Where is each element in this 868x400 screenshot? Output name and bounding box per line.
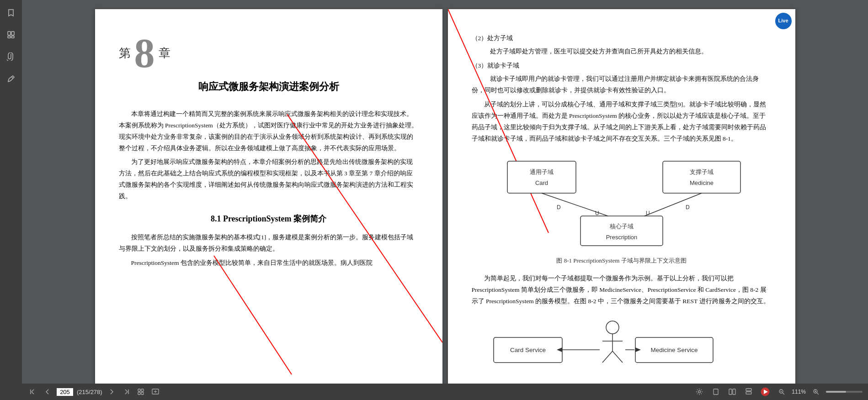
svg-rect-13	[580, 216, 663, 246]
svg-rect-44	[729, 389, 732, 395]
svg-rect-38	[141, 392, 144, 395]
svg-text:核心子域: 核心子域	[609, 223, 634, 230]
svg-rect-36	[141, 389, 144, 391]
nav-first-button[interactable]	[27, 386, 38, 397]
zoom-slider[interactable]	[826, 391, 863, 393]
svg-text:支撑子域: 支撑子域	[690, 168, 714, 175]
right-body-1: 从子域的划分上讲，可以分成核心子域、通用子域和支撑子域三类型[9]。就诊卡子域比…	[472, 99, 772, 145]
right-body-2: 为简单起见，我们对每一个子域都提取一个微服务作为示例。基于以上分析，我们可以把 …	[472, 273, 772, 307]
page-thumbnail-icon[interactable]	[4, 27, 18, 42]
svg-text:Card: Card	[535, 179, 548, 186]
item1-title: （2）处方子域	[472, 33, 772, 44]
svg-line-19	[644, 193, 702, 216]
svg-rect-1	[11, 32, 14, 35]
svg-text:U: U	[595, 210, 599, 216]
svg-text:D: D	[686, 204, 690, 211]
attachment-icon[interactable]	[4, 49, 18, 64]
chapter-label: 第	[119, 43, 131, 64]
section-title: 8.1 PrescriptionSystem 案例简介	[119, 211, 419, 226]
right-pdf-page: Live （2）处方子域 处方子域即处方管理，医生可以提交处方并查询自己所开具处…	[448, 9, 795, 384]
svg-line-5	[214, 256, 292, 374]
zoom-out-icon-btn[interactable]	[775, 385, 788, 398]
bookmark-icon[interactable]	[4, 5, 18, 20]
svg-rect-45	[733, 389, 735, 395]
svg-rect-35	[138, 389, 140, 391]
svg-text:Medicine Service: Medicine Service	[650, 347, 698, 353]
status-bar: (215/278)	[22, 384, 868, 400]
item2-text: 就诊卡子域即用户的就诊卡管理，我们可以通过注册用户并绑定就诊卡来拥有医院系统的合…	[472, 74, 772, 96]
page-add-button[interactable]	[150, 386, 161, 397]
single-page-icon-btn[interactable]	[709, 385, 722, 398]
diagram-1-container: 通用子域 Card 支撑子域 Medicine 核心子域 Prescriptio…	[472, 152, 772, 266]
svg-rect-3	[11, 36, 14, 38]
svg-rect-7	[507, 161, 576, 193]
svg-rect-47	[746, 392, 751, 394]
pdf-pages-container: 第 8 章 响应式微服务架构演进案例分析 本章将通过构建一个精简而又完整的案例系…	[22, 0, 868, 384]
chapter-title: 响应式微服务架构演进案例分析	[119, 78, 419, 96]
svg-point-24	[606, 321, 619, 334]
svg-line-27	[602, 351, 612, 363]
nav-prev-button[interactable]	[42, 386, 53, 397]
left-pdf-page: 第 8 章 响应式微服务架构演进案例分析 本章将通过构建一个精简而又完整的案例系…	[95, 9, 442, 384]
svg-line-28	[612, 351, 623, 363]
svg-rect-2	[8, 36, 11, 38]
body-paragraph-3: 按照笔者所总结的实施微服务架构的基本模式[1]，服务建模是案例分析的第一步。服务…	[119, 232, 419, 255]
chapter-number: 8	[134, 33, 155, 74]
diagram-1-svg: 通用子域 Card 支撑子域 Medicine 核心子域 Prescriptio…	[480, 152, 763, 253]
item1-text: 处方子域即处方管理，医生可以提交处方并查询自己所开具处方的相关信息。	[472, 46, 772, 58]
diagram-2-svg: Card Service Medicine Service	[480, 315, 763, 369]
svg-rect-10	[663, 161, 740, 193]
play-icon-btn[interactable]	[759, 385, 772, 398]
live-badge[interactable]: Live	[775, 13, 792, 29]
svg-rect-43	[714, 389, 718, 395]
zoom-in-icon-btn[interactable]	[809, 385, 822, 398]
scroll-icon-btn[interactable]	[742, 385, 755, 398]
svg-line-51	[783, 393, 784, 395]
chapter-heading: 第 8 章	[119, 33, 419, 74]
item2-title: （3）就诊卡子域	[472, 60, 772, 72]
left-toolbar	[0, 0, 22, 400]
pdf-wrapper: 第 8 章 响应式微服务架构演进案例分析 本章将通过构建一个精简而又完整的案例系…	[22, 0, 868, 400]
chapter-zhang: 章	[159, 43, 170, 64]
svg-text:通用子域: 通用子域	[530, 168, 554, 175]
two-page-icon-btn[interactable]	[726, 385, 739, 398]
diagram-1-caption: 图 8-1 PrescriptionSystem 子域与界限上下文示意图	[472, 255, 772, 266]
body-paragraph-2: 为了更好地展示响应式微服务架构的特点，本章介绍案例分析的思路是先给出传统微服务架…	[119, 157, 419, 202]
nav-last-button[interactable]	[121, 386, 132, 397]
svg-rect-0	[8, 32, 11, 35]
svg-point-42	[698, 391, 701, 393]
annotation-icon[interactable]	[4, 71, 18, 86]
nav-next-button[interactable]	[106, 386, 117, 397]
svg-text:U: U	[646, 210, 650, 216]
diagram-2-container: Card Service Medicine Service	[472, 315, 772, 369]
page-extract-button[interactable]	[135, 386, 146, 397]
body-paragraph-4: PrescriptionSystem 包含的业务模型比较简单，来自日常生活中的就…	[119, 258, 419, 269]
body-paragraph-1: 本章将通过构建一个精简而又完整的案例系统来展示响应式微服务架构相关的设计理念和实…	[119, 109, 419, 154]
svg-rect-46	[746, 389, 751, 391]
svg-text:Medicine: Medicine	[689, 179, 713, 186]
page-number-input[interactable]	[57, 388, 73, 396]
zoom-level-text: 111%	[792, 389, 806, 395]
svg-line-54	[817, 393, 819, 395]
svg-text:D: D	[557, 204, 561, 211]
svg-text:Card Service: Card Service	[510, 347, 545, 353]
page-info-text: (215/278)	[77, 389, 102, 395]
settings-icon-btn[interactable]	[693, 385, 706, 398]
svg-text:Prescription: Prescription	[606, 234, 637, 241]
svg-rect-37	[138, 392, 140, 395]
